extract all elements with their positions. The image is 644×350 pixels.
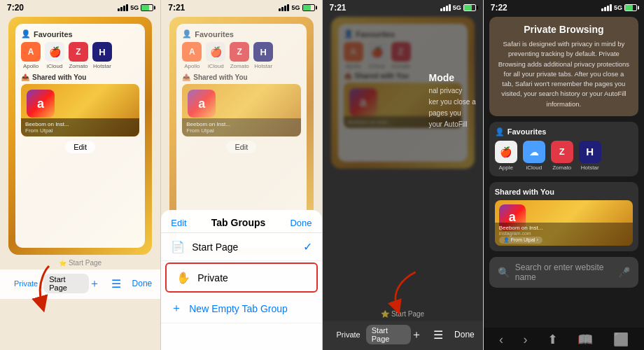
tg-icon-private: ✋ [176,271,190,284]
phone-panel-3: 7:21 5G 👤 Favourites AApollo 🍎iCloud ZZo… [323,0,483,350]
share-icon-4[interactable]: ⬆ [547,332,558,347]
battery-1 [141,4,153,11]
fav-item-hotstar[interactable]: H Hotstar [92,42,112,69]
private-browsing-body: Safari is designed with privacy in mind … [498,39,630,109]
tabs-icon-4[interactable]: ⬜ [613,332,629,347]
instagram-logo-1: a [27,90,55,118]
p4-fav-icons: 🍎 Apple ☁ iCloud Z Zomato H Hotstar [495,141,633,171]
fav-item-zomato[interactable]: Z Zomato [69,42,88,69]
p4-shared-card[interactable]: a Beebom on Inst... instagram.com 👤 From… [495,200,633,246]
edit-button-1[interactable]: Edit [65,141,95,153]
favourites-title-2: 👤 Favourites [182,29,300,38]
shared-title-1: 📤 Shared with You [21,74,139,81]
network-label-4: 5G [614,4,622,11]
time-3: 7:21 [330,3,346,13]
share-icon-1: 📤 [21,74,29,81]
tg-item-new[interactable]: ＋ New Empty Tab Group [161,294,321,323]
private-browsing-tooltip: Private Browsing Safari is designed with… [489,17,638,116]
tg-add-icon: ＋ [171,301,182,316]
edit-button-2[interactable]: Edit [226,141,256,153]
time-1: 7:20 [7,3,24,13]
back-icon-4[interactable]: ‹ [499,332,503,347]
fav-item-icloud[interactable]: 🍎 iCloud [45,42,64,69]
tg-check-start-page: ✓ [303,240,312,253]
p4-shared-title: Shared with You [495,188,633,196]
private-tab-3[interactable]: Private [331,329,366,340]
fav-item-2d: H Hotstar [253,42,273,69]
star-page-label-1: ⭐ Start Page [0,258,160,270]
tg-edit-btn[interactable]: Edit [171,218,186,228]
private-browsing-title: Private Browsing [498,24,630,35]
shared-card-2: a Beebom on Inst... From Utpal [182,84,300,136]
battery-2 [302,4,315,11]
search-icon-4: 🔍 [498,267,510,278]
network-label-1: 5G [130,4,139,11]
network-label-2: 5G [291,4,300,11]
p4-fav-hotstar[interactable]: H Hotstar [579,141,601,171]
signal-bars-1 [118,4,128,11]
phone-panel-1: 7:20 5G 👤 Favourites A Apollo [0,0,160,350]
tg-item-start-page[interactable]: 📄 Start Page ✓ [161,233,321,261]
fav-item-apollo[interactable]: A Apollo [21,42,41,69]
p4-favourites: 👤 Favourites 🍎 Apple ☁ iCloud Z Zomato H… [489,122,638,176]
bottom-toolbar-3: Private Start Page ＋ ☰ Done [323,321,483,350]
mode-text-3: Mode nal privacy ker you close a pages y… [428,70,475,130]
status-bar-4: 7:22 5G [484,0,644,14]
time-2: 7:21 [168,3,185,13]
tg-label-start-page: Start Page [192,241,295,253]
fav-icons-1: A Apollo 🍎 iCloud Z Zomato H Hotstar [21,42,139,69]
done-btn-1[interactable]: Done [132,279,153,288]
p4-shared-content: Beebom on Inst... instagram.com 👤 From U… [495,223,633,246]
tab-groups-icon-1[interactable]: ☰ [111,277,121,290]
signal-bars-2 [279,4,289,11]
safari-card-inner-1: 👤 Favourites A Apollo 🍎 iCloud Z Zomato [15,24,145,248]
shared-card-1[interactable]: a Beebom on Inst... From Utpal [21,84,139,136]
status-bar-3: 7:21 5G [323,0,483,14]
tab-groups-sheet: Edit Tab Groups Done 📄 Start Page ✓ ✋ Pr… [161,210,321,350]
dim-overlay-3 [323,0,483,322]
toolbar-icons-1: ＋ ☰ Done [89,276,153,291]
search-placeholder-4: Search or enter website name [515,262,612,282]
start-page-tab-1[interactable]: Start Page [43,274,88,293]
signals-1: 5G [118,4,153,11]
p4-search-bar[interactable]: 🔍 Search or enter website name 🎤 [489,257,638,288]
favourites-section-2: 👤 Favourites A Apollo 🍎 iCloud Z Zomato [182,29,300,69]
forward-icon-4[interactable]: › [523,332,527,347]
p4-fav-icloud[interactable]: ☁ iCloud [523,141,545,171]
phone-panel-4: 7:22 5G Private Browsing Safari is desig… [484,0,644,350]
start-page-tab-3[interactable]: Start Page [366,325,411,344]
add-tab-icon-1[interactable]: ＋ [89,276,100,291]
mic-icon-4[interactable]: 🎤 [618,267,630,278]
fav-icons-2: A Apollo 🍎 iCloud Z Zomato H Hotstar [182,42,300,69]
safari-card-1: 👤 Favourites A Apollo 🍎 iCloud Z Zomato [8,17,152,255]
signals-4: 5G [601,4,637,11]
shared-text-1: Beebom on Inst... From Utpal [21,118,139,136]
network-label-3: 5G [453,4,461,11]
tg-icon-start-page: 📄 [171,240,185,253]
tab-groups-icon-3[interactable]: ☰ [433,328,443,342]
bottom-toolbar-1: Private Start Page ＋ ☰ Done [0,270,160,299]
p4-fav-apple[interactable]: 🍎 Apple [495,141,517,171]
fav-item-2b: 🍎 iCloud [206,42,225,69]
person-icon-4: 👤 [495,127,505,136]
time-4: 7:22 [491,3,507,13]
shared-section-1: 📤 Shared with You a Beebom on Inst... Fr… [21,74,139,136]
battery-3 [463,4,476,11]
signals-3: 5G [440,4,476,11]
signal-bars-4 [601,4,612,11]
p4-bottom-bar: ‹ › ⬆ 📖 ⬜ [484,328,644,350]
tg-label-private: Private [197,272,306,284]
done-btn-3[interactable]: Done [454,330,475,340]
p4-fav-zomato[interactable]: Z Zomato [551,141,573,171]
private-tab-1[interactable]: Private [8,278,43,289]
add-tab-icon-3[interactable]: ＋ [411,328,422,342]
tg-done-btn[interactable]: Done [290,218,312,228]
signals-2: 5G [279,4,314,11]
p4-fav-title: 👤 Favourites [495,127,633,136]
tab-groups-list: 📄 Start Page ✓ ✋ Private ＋ New Empty Tab… [161,233,321,323]
tg-item-private[interactable]: ✋ Private [165,262,317,293]
status-bar-2: 7:21 5G [161,0,321,14]
bookmarks-icon-4[interactable]: 📖 [578,332,593,347]
signal-bars-3 [440,4,451,11]
star-page-label-3: ⭐ Start Page [323,309,483,321]
